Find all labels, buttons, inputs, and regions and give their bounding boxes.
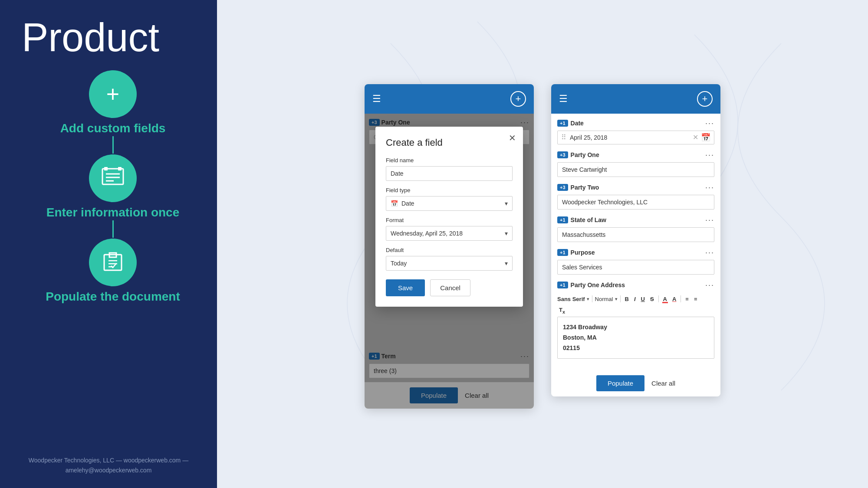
step2-icon	[101, 166, 125, 191]
ordered-list-button[interactable]: ≡	[684, 295, 690, 303]
r-purpose-badge: +1	[557, 249, 568, 256]
purpose-field-block: +1 Purpose ··· Sales Services	[557, 248, 714, 275]
step1-circle: +	[89, 70, 137, 118]
toolbar-sep3	[658, 295, 659, 302]
italic-button[interactable]: I	[632, 295, 638, 303]
step2-circle	[89, 154, 137, 202]
underline-button[interactable]: U	[639, 295, 647, 303]
date-badge: +1	[557, 120, 568, 127]
bold-button[interactable]: B	[623, 295, 631, 303]
font-select[interactable]: Sans Serif	[557, 296, 585, 302]
r-purpose-input[interactable]: Sales Services	[557, 260, 714, 275]
r-state-label: State of Law	[571, 216, 606, 223]
r-address-label: Party One Address	[571, 282, 625, 288]
left-phone-header: ☰ +	[365, 84, 534, 114]
right-phone-header: ☰ +	[551, 84, 720, 114]
right-phone-frame: ☰ + +1 Date ··· ⠿	[551, 84, 720, 397]
font-dropdown-icon[interactable]: ▾	[587, 296, 589, 302]
r-party-two-input[interactable]: Woodpecker Technologies, LLC	[557, 195, 714, 210]
r-purpose-tag: +1 Purpose	[557, 249, 595, 256]
r-party-one-header: +3 Party One ···	[557, 151, 714, 160]
right-populate-button[interactable]: Populate	[596, 375, 644, 391]
r-state-badge: +1	[557, 216, 568, 223]
right-add-button[interactable]: +	[697, 91, 713, 107]
r-party-one-input[interactable]: Steve Cartwright	[557, 162, 714, 177]
cancel-button[interactable]: Cancel	[430, 279, 470, 296]
left-phone-frame: ☰ + +3 Party One ··· Omar Firs	[365, 84, 534, 409]
party-two-field-block: +3 Party Two ··· Woodpecker Technologies…	[557, 183, 714, 210]
r-party-two-tag: +3 Party Two	[557, 184, 599, 191]
r-party-one-tag: +3 Party One	[557, 151, 599, 158]
r-party-two-header: +3 Party Two ···	[557, 183, 714, 192]
product-title: Product	[22, 17, 159, 57]
field-name-input[interactable]	[386, 166, 513, 181]
font-color-button[interactable]: A	[661, 295, 669, 303]
address-content[interactable]: 1234 Broadway Boston, MA 02115	[557, 317, 714, 359]
default-select[interactable]: Today ▾	[386, 256, 513, 271]
modal-close-icon[interactable]: ✕	[509, 134, 516, 142]
r-address-tag: +1 Party One Address	[557, 282, 625, 288]
unordered-list-button[interactable]: ≡	[692, 295, 699, 303]
field-type-select[interactable]: 📅 Date ▾	[386, 196, 513, 211]
calendar-icon: 📅	[391, 200, 398, 207]
r-address-header: +1 Party One Address ···	[557, 281, 714, 290]
strikethrough-button[interactable]: S	[648, 295, 656, 303]
toolbar-sep2	[620, 295, 621, 302]
right-menu-icon[interactable]: ☰	[559, 93, 568, 105]
step3-circle	[89, 239, 137, 286]
clear-format-button[interactable]: Tx	[557, 306, 567, 315]
r-party-two-badge: +3	[557, 184, 568, 191]
r-party-one-badge: +3	[557, 151, 568, 158]
left-add-button[interactable]: +	[510, 91, 526, 107]
r-state-input[interactable]: Massachussetts	[557, 227, 714, 242]
step3-icon	[101, 249, 125, 275]
r-state-menu[interactable]: ···	[705, 216, 714, 225]
size-dropdown-icon[interactable]: ▾	[615, 296, 618, 302]
left-panel: Product + Add custom fields Enter info	[0, 0, 217, 488]
svg-rect-5	[118, 167, 122, 170]
party-one-field-block: +3 Party One ··· Steve Cartwright	[557, 151, 714, 177]
field-type-value: Date	[401, 200, 414, 207]
r-purpose-menu[interactable]: ···	[705, 248, 714, 257]
step2-label: Enter information once	[46, 206, 179, 219]
panels-container: ☰ + +3 Party One ··· Omar Firs	[365, 84, 720, 409]
left-menu-icon[interactable]: ☰	[372, 93, 381, 105]
step1-label: Add custom fields	[60, 121, 166, 135]
r-state-tag: +1 State of Law	[557, 216, 606, 223]
modal-buttons: Save Cancel	[386, 279, 513, 296]
date-input-row: ⠿ April 25, 2018 ✕ 📅	[557, 131, 714, 144]
svg-rect-4	[104, 167, 108, 170]
r-party-two-menu[interactable]: ···	[705, 183, 714, 192]
font-color-icon: A	[663, 296, 667, 302]
connector1	[112, 136, 114, 154]
save-button[interactable]: Save	[386, 279, 425, 296]
address-line1: 1234 Broadway	[563, 322, 709, 333]
default-chevron: ▾	[505, 260, 508, 267]
rich-toolbar: Sans Serif ▾ Normal ▾ B I U S A	[557, 292, 714, 305]
create-field-modal: Create a field ✕ Field name Field type 📅…	[375, 127, 523, 307]
format-label: Format	[386, 217, 513, 223]
date-clear-icon[interactable]: ✕	[693, 133, 698, 141]
date-menu[interactable]: ···	[705, 119, 714, 128]
r-address-menu[interactable]: ···	[705, 281, 714, 290]
address-line2: Boston, MA	[563, 333, 709, 343]
modal-title: Create a field	[386, 137, 513, 148]
toolbar-sep4	[681, 295, 681, 302]
r-state-header: +1 State of Law ···	[557, 216, 714, 225]
calendar-icon[interactable]: 📅	[701, 133, 710, 142]
modal-overlay: Create a field ✕ Field name Field type 📅…	[365, 114, 534, 409]
date-field-header: +1 Date ···	[557, 119, 714, 128]
field-type-chevron: ▾	[505, 200, 508, 207]
r-party-one-menu[interactable]: ···	[705, 151, 714, 160]
date-value: April 25, 2018	[570, 134, 693, 141]
r-purpose-label: Purpose	[571, 249, 595, 256]
default-value: Today	[391, 260, 407, 267]
format-select[interactable]: Wednesday, April 25, 2018 ▾	[386, 226, 513, 241]
font-highlight-button[interactable]: A	[671, 295, 678, 303]
connector2	[112, 220, 114, 238]
date-tag-row: +1 Date	[557, 120, 584, 127]
right-clear-button[interactable]: Clear all	[651, 380, 675, 387]
format-value: Wednesday, April 25, 2018	[391, 230, 463, 237]
size-select[interactable]: Normal	[595, 296, 613, 302]
r-address-badge: +1	[557, 282, 568, 288]
